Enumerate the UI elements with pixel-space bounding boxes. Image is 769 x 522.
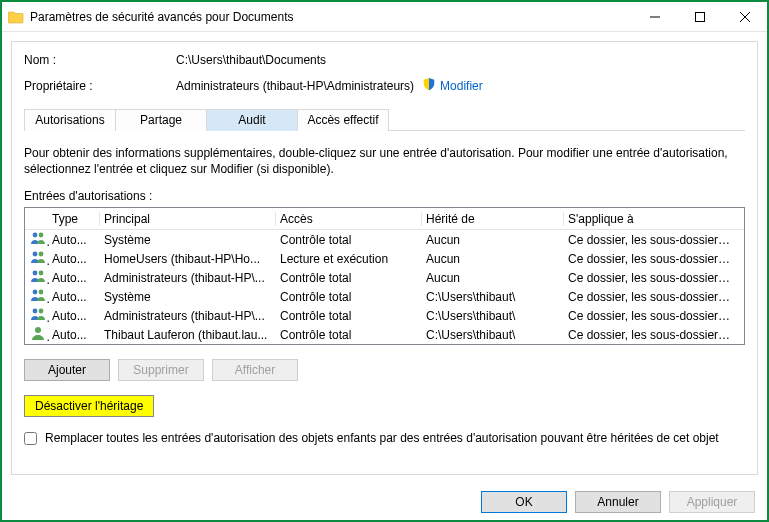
- minimize-icon: [650, 12, 660, 22]
- table-row[interactable]: Auto...Administrateurs (thibaut-HP\...Co…: [25, 268, 744, 287]
- name-row: Nom : C:\Users\thibaut\Documents: [24, 53, 745, 67]
- tab-bar: Autorisations Partage Audit Accès effect…: [24, 108, 745, 131]
- dialog-footer: OK Annuler Appliquer: [2, 484, 767, 520]
- svg-point-7: [33, 290, 38, 295]
- owner-label: Propriétaire :: [24, 79, 176, 93]
- grid-body: Auto...SystèmeContrôle totalAucunCe doss…: [25, 230, 744, 344]
- cell-type: Auto...: [49, 270, 101, 286]
- table-row[interactable]: Auto...Administrateurs (thibaut-HP\...Co…: [25, 306, 744, 325]
- svg-point-8: [39, 290, 44, 295]
- folder-icon: [8, 9, 24, 25]
- table-row[interactable]: Auto...HomeUsers (thibaut-HP\Ho...Lectur…: [25, 249, 744, 268]
- cell-principal: Système: [101, 232, 277, 248]
- content-panel: Nom : C:\Users\thibaut\Documents Proprié…: [11, 41, 758, 475]
- principal-icon: [27, 248, 49, 269]
- svg-point-1: [33, 233, 38, 238]
- cell-applies: Ce dossier, les sous-dossiers et...: [565, 289, 742, 305]
- description-text: Pour obtenir des informations supplément…: [24, 145, 745, 177]
- cell-principal: Administrateurs (thibaut-HP\...: [101, 308, 277, 324]
- principal-icon: [27, 267, 49, 288]
- cell-applies: Ce dossier, les sous-dossiers et...: [565, 251, 742, 267]
- tab-audit[interactable]: Audit: [206, 109, 298, 131]
- cell-applies: Ce dossier, les sous-dossiers et...: [565, 308, 742, 324]
- cell-applies: Ce dossier, les sous-dossiers et...: [565, 232, 742, 248]
- window-controls: [632, 2, 767, 31]
- titlebar: Paramètres de sécurité avancés pour Docu…: [2, 2, 767, 32]
- tab-permissions[interactable]: Autorisations: [24, 109, 116, 131]
- cell-inherited: C:\Users\thibaut\: [423, 308, 565, 324]
- col-access[interactable]: Accès: [277, 209, 423, 229]
- svg-point-6: [39, 271, 44, 276]
- cell-principal: Thibaut Lauferon (thibaut.lau...: [101, 327, 277, 343]
- svg-point-9: [33, 309, 38, 314]
- cell-type: Auto...: [49, 232, 101, 248]
- shield-icon: [422, 77, 436, 94]
- cell-type: Auto...: [49, 308, 101, 324]
- cancel-button[interactable]: Annuler: [575, 491, 661, 513]
- disable-inheritance-button[interactable]: Désactiver l'héritage: [24, 395, 154, 417]
- security-dialog: Paramètres de sécurité avancés pour Docu…: [0, 0, 769, 522]
- col-principal[interactable]: Principal: [101, 209, 277, 229]
- owner-row: Propriétaire : Administrateurs (thibaut-…: [24, 77, 745, 94]
- svg-point-4: [39, 252, 44, 257]
- owner-value: Administrateurs (thibaut-HP\Administrate…: [176, 79, 414, 93]
- replace-checkbox[interactable]: [24, 432, 37, 445]
- cell-type: Auto...: [49, 251, 101, 267]
- minimize-button[interactable]: [632, 2, 677, 31]
- cell-inherited: C:\Users\thibaut\: [423, 289, 565, 305]
- principal-icon: [27, 286, 49, 307]
- cell-applies: Ce dossier, les sous-dossiers et...: [565, 327, 742, 343]
- col-type[interactable]: Type: [49, 209, 101, 229]
- col-icon[interactable]: [27, 216, 49, 222]
- cell-access: Contrôle total: [277, 289, 423, 305]
- col-inherited[interactable]: Hérité de: [423, 209, 565, 229]
- cell-type: Auto...: [49, 289, 101, 305]
- remove-button: Supprimer: [118, 359, 204, 381]
- close-icon: [740, 12, 750, 22]
- replace-checkbox-label: Remplacer toutes les entrées d'autorisat…: [45, 431, 719, 445]
- principal-icon: [27, 305, 49, 326]
- table-row[interactable]: Auto...SystèmeContrôle totalC:\Users\thi…: [25, 287, 744, 306]
- replace-checkbox-row[interactable]: Remplacer toutes les entrées d'autorisat…: [24, 431, 745, 445]
- ok-button[interactable]: OK: [481, 491, 567, 513]
- cell-principal: Système: [101, 289, 277, 305]
- cell-access: Contrôle total: [277, 270, 423, 286]
- add-button[interactable]: Ajouter: [24, 359, 110, 381]
- table-row[interactable]: Auto...Thibaut Lauferon (thibaut.lau...C…: [25, 325, 744, 344]
- modify-owner-link[interactable]: Modifier: [440, 79, 483, 93]
- table-row[interactable]: Auto...SystèmeContrôle totalAucunCe doss…: [25, 230, 744, 249]
- cell-applies: Ce dossier, les sous-dossiers et...: [565, 270, 742, 286]
- cell-inherited: Aucun: [423, 270, 565, 286]
- maximize-icon: [695, 12, 705, 22]
- cell-access: Contrôle total: [277, 308, 423, 324]
- cell-type: Auto...: [49, 327, 101, 343]
- svg-point-3: [33, 252, 38, 257]
- cell-principal: Administrateurs (thibaut-HP\...: [101, 270, 277, 286]
- entry-buttons: Ajouter Supprimer Afficher: [24, 359, 745, 381]
- inherit-row: Désactiver l'héritage: [24, 395, 745, 417]
- close-button[interactable]: [722, 2, 767, 31]
- entries-label: Entrées d'autorisations :: [24, 189, 745, 203]
- cell-access: Contrôle total: [277, 327, 423, 343]
- cell-access: Lecture et exécution: [277, 251, 423, 267]
- name-value: C:\Users\thibaut\Documents: [176, 53, 326, 67]
- view-button: Afficher: [212, 359, 298, 381]
- principal-icon: [27, 324, 49, 345]
- principal-icon: [27, 229, 49, 250]
- cell-access: Contrôle total: [277, 232, 423, 248]
- svg-point-2: [39, 233, 44, 238]
- svg-point-11: [35, 327, 41, 333]
- svg-rect-0: [695, 12, 704, 21]
- tab-sharing[interactable]: Partage: [115, 109, 207, 131]
- cell-inherited: C:\Users\thibaut\: [423, 327, 565, 343]
- maximize-button[interactable]: [677, 2, 722, 31]
- svg-point-10: [39, 309, 44, 314]
- grid-header: Type Principal Accès Hérité de S'appliqu…: [25, 208, 744, 230]
- window-title: Paramètres de sécurité avancés pour Docu…: [30, 10, 632, 24]
- col-applies[interactable]: S'applique à: [565, 209, 742, 229]
- permission-grid: Type Principal Accès Hérité de S'appliqu…: [24, 207, 745, 345]
- cell-principal: HomeUsers (thibaut-HP\Ho...: [101, 251, 277, 267]
- apply-button: Appliquer: [669, 491, 755, 513]
- tab-effective-access[interactable]: Accès effectif: [297, 109, 389, 131]
- name-label: Nom :: [24, 53, 176, 67]
